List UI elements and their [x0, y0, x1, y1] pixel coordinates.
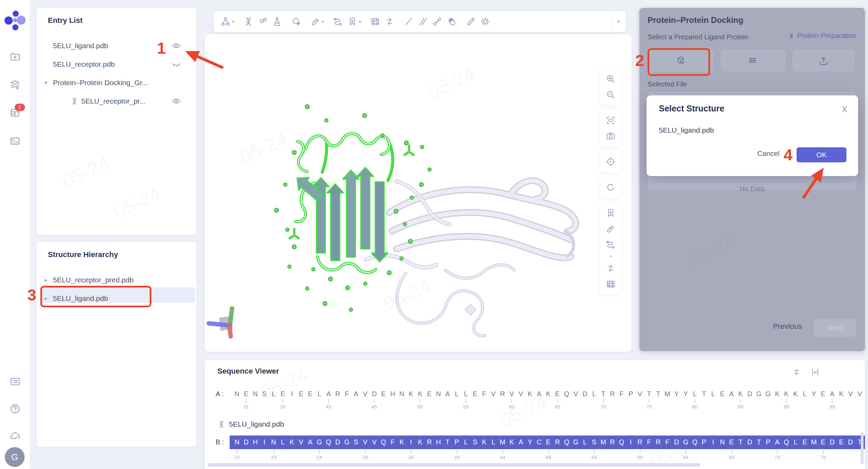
- seq-seq-swap-button[interactable]: [792, 367, 801, 378]
- toolbar-overlap-button[interactable]: [447, 16, 457, 27]
- residue-letters[interactable]: NENSLEIEELARFAVDEHNKKENALLEFVRVVKAKEQVDL…: [232, 390, 864, 398]
- caret-down-icon[interactable]: ▾: [322, 19, 324, 24]
- seq-wrap-line-button[interactable]: [811, 367, 820, 378]
- measure-icon: [606, 224, 616, 234]
- tick-mark: [832, 399, 832, 403]
- caret-right-icon[interactable]: ▸: [41, 277, 51, 283]
- sequence-file-name: 5ELU_ligand.pdb: [229, 420, 284, 428]
- toolbar-select-area-button[interactable]: [291, 16, 301, 27]
- upload-button[interactable]: [793, 50, 854, 71]
- sidebar-item-help[interactable]: [8, 402, 22, 416]
- toolbar-gear-button[interactable]: [480, 16, 490, 27]
- horizontal-scrollbar[interactable]: [207, 463, 701, 467]
- eye-closed-icon[interactable]: [171, 59, 181, 69]
- map-icon: [606, 279, 616, 289]
- side-tool-bookmark-add-button[interactable]: [606, 205, 616, 221]
- seq-swap-icon: [792, 367, 801, 377]
- side-tool-map-button[interactable]: [606, 276, 616, 292]
- residue-number: 39: [454, 454, 460, 460]
- pick-list-button[interactable]: [721, 50, 785, 71]
- ok-button[interactable]: OK: [797, 147, 846, 162]
- toolbar-molecule-button[interactable]: ▾: [220, 16, 234, 27]
- tick-mark: [246, 399, 246, 403]
- bookmark-add-icon: [606, 208, 616, 218]
- entry-list-item[interactable]: 5ELU_receptor.pdb: [37, 55, 196, 73]
- side-tool-camera-button[interactable]: [606, 128, 616, 144]
- protein-preparation-link[interactable]: Protein Preparation: [788, 32, 856, 40]
- toolbar-measure-button[interactable]: ▾: [310, 16, 324, 27]
- tick-mark: [319, 450, 320, 454]
- residue-number: 65: [555, 404, 560, 410]
- tick-mark: [823, 450, 824, 454]
- cancel-button[interactable]: Cancel: [757, 149, 779, 158]
- toolbar-swap-button[interactable]: [384, 16, 395, 27]
- app-sidebar: 1JOB G: [0, 0, 30, 469]
- sequence-viewer-title: Sequence Viewer: [217, 367, 279, 376]
- sidebar-item-job[interactable]: JOB: [8, 134, 22, 148]
- entry-label: 5ELU_ligand.pdb: [53, 42, 108, 50]
- tick-mark: [511, 399, 512, 403]
- wrap-line-icon: [811, 367, 820, 377]
- toolbar-bookmark-add-button[interactable]: ▾: [347, 16, 361, 27]
- toolbar-bonds-button[interactable]: [432, 16, 443, 27]
- zoom-out-icon: [606, 90, 616, 100]
- avatar[interactable]: G: [5, 447, 25, 467]
- eye-icon[interactable]: [171, 96, 181, 106]
- modal-file-name[interactable]: 5ELU_ligand.pdb: [659, 126, 714, 134]
- caret-down-icon[interactable]: ▾: [41, 80, 51, 86]
- caret-down-icon[interactable]: ▾: [359, 19, 361, 24]
- camera-icon: [606, 131, 616, 141]
- side-tool-swap-button[interactable]: [606, 260, 616, 276]
- structure-viewer[interactable]: [205, 34, 632, 352]
- side-tool-focus-target-button[interactable]: [606, 154, 616, 170]
- docking-step-label: Select a Prepared Ligand Protein: [648, 33, 748, 41]
- previous-button[interactable]: Previous: [773, 322, 802, 331]
- toolbar-pencil-button[interactable]: [466, 16, 476, 27]
- sequence-file-row[interactable]: 5ELU_ligand.pdb: [217, 420, 284, 428]
- sidebar-nav: 1JOB: [0, 50, 30, 148]
- caret-down-icon[interactable]: ▾: [232, 19, 234, 24]
- side-tool-measure-button[interactable]: [606, 221, 616, 237]
- tick-mark: [786, 399, 787, 403]
- next-button[interactable]: Next: [814, 319, 856, 337]
- toolbar-path-button[interactable]: [333, 16, 343, 27]
- toolbar-line-button[interactable]: [404, 16, 414, 27]
- sidebar-item-layers[interactable]: [8, 78, 22, 92]
- side-tool-fit-screen-button[interactable]: [606, 112, 616, 128]
- close-icon[interactable]: X: [842, 105, 847, 114]
- entry-label: Protein–Protein Docking_Gr...: [53, 79, 148, 87]
- entry-list-item[interactable]: 5ELU_ligand.pdb: [37, 37, 196, 55]
- tick-mark: [594, 450, 595, 454]
- overlap-icon: [447, 16, 457, 27]
- sidebar-item-workspace[interactable]: 1: [8, 106, 22, 120]
- side-tool-zoom-out-button[interactable]: [606, 87, 616, 103]
- entry-list-title: Entry List: [48, 16, 82, 25]
- toolbar-double-line-button[interactable]: [418, 16, 428, 27]
- refresh-icon: [606, 182, 616, 192]
- toolbar-hexagons-button[interactable]: [258, 16, 268, 27]
- residue-letters[interactable]: NDHINLKVAGQDGSVVQFKIKRHTPLSKLMKAYCERQGLS…: [232, 438, 864, 446]
- sidebar-item-folder-add[interactable]: [8, 50, 22, 64]
- sidebar-footer: [0, 375, 30, 443]
- sidebar-item-cloud-sync[interactable]: [8, 429, 22, 443]
- bookmark-add-icon: [347, 16, 357, 27]
- side-tool-caret-down-button[interactable]: [608, 252, 614, 260]
- side-tool-refresh-button[interactable]: [606, 179, 616, 195]
- entry-list-item[interactable]: 5ELU_receptor_pr...: [37, 92, 196, 110]
- toolbar-flask-button[interactable]: [272, 16, 282, 27]
- side-tool-path-button[interactable]: [606, 237, 616, 252]
- entry-list-item[interactable]: ▾Protein–Protein Docking_Gr...: [37, 73, 196, 92]
- residue-number: 60: [509, 404, 515, 410]
- side-tool-zoom-in-button[interactable]: [606, 71, 616, 87]
- toolbar-map-button[interactable]: [370, 16, 380, 27]
- axes-gizmo[interactable]: [205, 304, 243, 348]
- toolbar-collapse-button[interactable]: [611, 18, 626, 25]
- residue-number: 44: [500, 454, 505, 460]
- viewer-side-tools: [600, 68, 621, 295]
- toolbar-helix-button[interactable]: [243, 16, 254, 27]
- sidebar-item-list[interactable]: [8, 375, 22, 388]
- vertical-scrollbar[interactable]: [861, 432, 864, 464]
- entry-list-tree: 5ELU_ligand.pdb5ELU_receptor.pdb▾Protein…: [37, 37, 196, 110]
- helix-icon: [70, 97, 79, 105]
- eye-icon[interactable]: [171, 41, 181, 51]
